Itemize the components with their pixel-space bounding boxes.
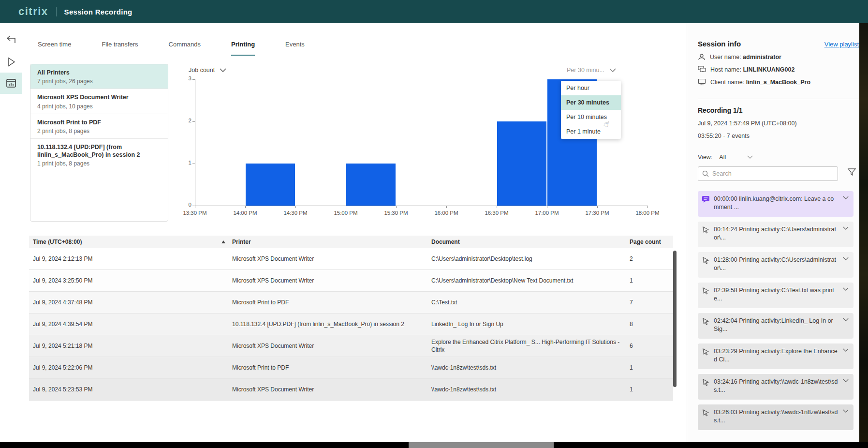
y-tick-label: 0 — [182, 202, 191, 208]
cell-pagecount: 7 — [630, 299, 673, 306]
chart-bar — [246, 164, 295, 206]
column-header-pagecount[interactable]: Page count — [630, 239, 673, 245]
back-button[interactable] — [0, 29, 22, 50]
user-icon — [698, 53, 706, 61]
printer-name: Microsoft XPS Document Writer — [37, 93, 161, 101]
chevron-down-icon[interactable] — [843, 286, 849, 304]
x-tick-label: 17:00 PM — [530, 210, 563, 216]
table-row[interactable]: Jul 9, 2024 2:12:13 PMMicrosoft XPS Docu… — [29, 248, 673, 270]
x-tick-label: 13:30 PM — [178, 210, 211, 216]
table-row[interactable]: Jul 9, 2024 5:22:06 PMMicrosoft Print to… — [29, 357, 673, 379]
x-tick — [497, 206, 497, 208]
player-timeline-bar — [0, 442, 868, 448]
event-card-printing[interactable]: 03:24:16 Printing activity:\\awdc-1n8zw\… — [698, 374, 853, 400]
table-row[interactable]: Jul 9, 2024 5:23:53 PMMicrosoft XPS Docu… — [29, 379, 673, 401]
x-tick-label: 15:00 PM — [329, 210, 362, 216]
y-tick — [192, 121, 195, 122]
x-tick — [346, 206, 346, 208]
event-text: 03:23:29 Printing activity:Explore the E… — [714, 347, 839, 365]
play-button[interactable] — [0, 51, 22, 73]
session-info-panel: Session info View playlist User name: ad… — [687, 23, 859, 442]
table-row[interactable]: Jul 9, 2024 4:37:48 PMMicrosoft Print to… — [29, 292, 673, 314]
desktop-background-strip — [859, 23, 868, 442]
interval-option-per-1-minute[interactable]: Per 1 minute — [561, 124, 621, 139]
tab-printing[interactable]: Printing — [231, 41, 255, 56]
chevron-down-icon[interactable] — [843, 225, 849, 243]
app-title: Session Recording — [64, 8, 132, 16]
event-text: 00:00:00 linlin.kuang@citrix.com: Leave … — [714, 195, 839, 213]
interval-selector[interactable]: Per 30 minu... — [567, 67, 616, 74]
column-header-document[interactable]: Document — [431, 239, 630, 245]
stats-icon — [6, 78, 16, 88]
table-row[interactable]: Jul 9, 2024 4:39:54 PM10.118.132.4 [UPD:… — [29, 314, 673, 335]
cell-printer: Microsoft Print to PDF — [232, 364, 431, 372]
column-header-time[interactable]: Time (UTC+08:00) — [29, 239, 232, 245]
event-card-printing[interactable]: 02:42:04 Printing activity:LinkedIn_ Log… — [698, 313, 853, 339]
cell-document: Explore the Enhanced Citrix Platform_ S.… — [431, 338, 630, 354]
x-tick — [446, 206, 447, 208]
table-row[interactable]: Jul 9, 2024 3:25:50 PMMicrosoft XPS Docu… — [29, 270, 673, 292]
chevron-down-icon[interactable] — [843, 195, 849, 213]
session-info-text: Client name: linlin_s_MacBook_Pro — [710, 79, 810, 86]
event-list: 00:00:00 linlin.kuang@citrix.com: Leave … — [698, 191, 853, 435]
tab-commands[interactable]: Commands — [169, 41, 201, 56]
cell-document: \\awdc-1n8zw\test\sds.txt — [431, 386, 630, 393]
interval-option-per-hour[interactable]: Per hour — [561, 81, 621, 95]
recording-start-time: Jul 9, 2024 1:57:49 PM (UTC+08:00) — [698, 120, 797, 127]
comment-icon — [702, 195, 710, 213]
chevron-down-icon[interactable] — [843, 408, 849, 426]
session-info-text: Host name: LINLINKUANG002 — [710, 66, 794, 73]
pointer-icon — [702, 225, 710, 243]
event-card-printing[interactable]: 01:28:00 Printing activity:C:\Users\admi… — [698, 252, 853, 278]
play-icon — [6, 57, 16, 67]
event-card-printing[interactable]: 02:39:58 Printing activity:C:\Test.txt w… — [698, 283, 853, 308]
panel-divider — [698, 99, 859, 99]
event-card-printing[interactable]: 00:14:24 Printing activity:C:\Users\admi… — [698, 222, 853, 247]
event-text: 01:28:00 Printing activity:C:\Users\admi… — [714, 256, 839, 274]
printer-list-item[interactable]: All Printers7 print jobs, 26 pages — [30, 64, 168, 89]
printer-list-item[interactable]: 10.118.132.4 [UPD:PDF] (from linlin_s_Ma… — [30, 139, 168, 172]
session-recording-app: citrix Session Recording — [0, 0, 868, 448]
x-tick-label: 17:30 PM — [581, 210, 614, 216]
event-text: 00:14:24 Printing activity:C:\Users\admi… — [714, 225, 839, 243]
x-tick — [597, 206, 598, 208]
event-text: 03:26:03 Printing activity:\\awdc-1n8zw\… — [714, 408, 839, 426]
search-input[interactable] — [712, 170, 824, 177]
event-card-comment[interactable]: 00:00:00 linlin.kuang@citrix.com: Leave … — [698, 191, 853, 217]
chevron-down-icon[interactable] — [843, 378, 849, 396]
x-tick-label: 16:00 PM — [430, 210, 463, 216]
tab-file-transfers[interactable]: File transfers — [102, 41, 138, 56]
metric-selector[interactable]: Job count — [189, 67, 226, 74]
tab-screen-time[interactable]: Screen time — [38, 41, 71, 56]
client-icon — [698, 78, 706, 86]
stats-button[interactable] — [0, 73, 22, 94]
table-scrollbar[interactable] — [673, 251, 677, 387]
filter-button[interactable] — [848, 168, 856, 176]
interval-option-per-10-minutes[interactable]: Per 10 minutes — [561, 110, 621, 124]
event-card-printing[interactable]: 03:23:29 Printing activity:Explore the E… — [698, 343, 853, 369]
printer-list-item[interactable]: Microsoft Print to PDF2 print jobs, 8 pa… — [30, 114, 168, 139]
chevron-down-icon[interactable] — [843, 256, 849, 274]
table-row[interactable]: Jul 9, 2024 5:21:18 PMMicrosoft XPS Docu… — [29, 335, 673, 357]
interval-option-per-30-minutes[interactable]: Per 30 minutes — [561, 95, 621, 110]
cell-printer: Microsoft XPS Document Writer — [232, 255, 431, 263]
session-info-text: User name: administrator — [710, 54, 781, 60]
chevron-down-icon[interactable] — [843, 317, 849, 335]
cell-time: Jul 9, 2024 3:25:50 PM — [29, 277, 232, 284]
back-icon — [5, 34, 17, 45]
topbar-divider — [56, 7, 57, 16]
view-playlist-link[interactable]: View playlist — [824, 41, 859, 48]
printer-list-item[interactable]: Microsoft XPS Document Writer4 print job… — [30, 89, 168, 114]
cell-time: Jul 9, 2024 2:12:13 PM — [29, 255, 232, 263]
event-card-printing[interactable]: 03:26:03 Printing activity:\\awdc-1n8zw\… — [698, 404, 853, 430]
chevron-down-icon[interactable] — [843, 347, 849, 365]
view-filter-dropdown[interactable]: All — [719, 154, 753, 161]
column-header-printer[interactable]: Printer — [232, 239, 431, 245]
interval-selector-label: Per 30 minu... — [567, 67, 604, 74]
x-tick-label: 14:00 PM — [229, 210, 262, 216]
session-info-row: Host name: LINLINKUANG002 — [698, 66, 794, 73]
host-icon — [698, 66, 706, 73]
chevron-down-icon — [747, 155, 753, 159]
cell-printer: Microsoft XPS Document Writer — [232, 386, 431, 393]
tab-events[interactable]: Events — [285, 41, 305, 56]
